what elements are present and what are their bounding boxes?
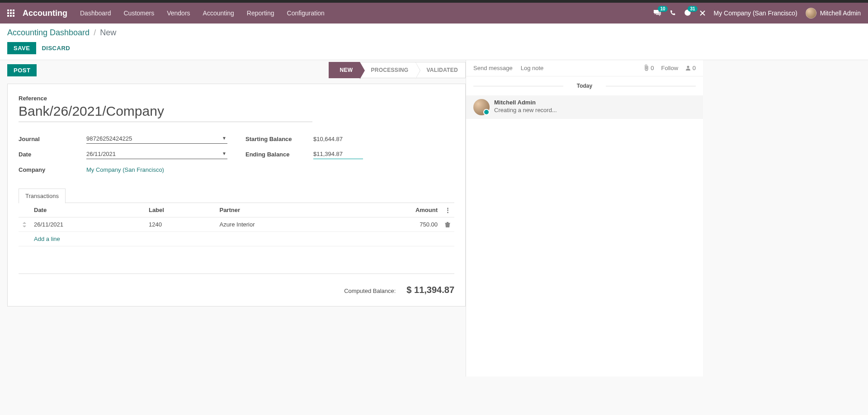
- journal-input[interactable]: [86, 134, 227, 144]
- followers-count: 0: [693, 65, 696, 71]
- computed-balance-value: $ 11,394.87: [406, 285, 454, 295]
- date-label: Date: [19, 151, 86, 158]
- ending-balance-input[interactable]: [313, 149, 363, 159]
- nav-configuration[interactable]: Configuration: [287, 9, 325, 17]
- company-selector[interactable]: My Company (San Francisco): [714, 9, 797, 17]
- computed-balance-label: Computed Balance:: [344, 288, 396, 294]
- activities-icon[interactable]: 31: [684, 9, 691, 17]
- svg-rect-0: [7, 9, 9, 11]
- transactions-table: Date Label Partner Amount ⋮ 26/11/2021 1…: [19, 203, 454, 246]
- add-line-link[interactable]: Add a line: [34, 236, 60, 242]
- date-input[interactable]: [86, 149, 227, 159]
- starting-balance-label: Starting Balance: [245, 136, 313, 142]
- debug-icon[interactable]: [699, 10, 706, 16]
- avatar-icon: [473, 99, 490, 115]
- form-sheet: Reference Journal ▼ Date: [7, 84, 466, 307]
- svg-rect-4: [10, 12, 12, 14]
- breadcrumb-parent[interactable]: Accounting Dashboard: [7, 28, 90, 37]
- app-brand[interactable]: Accounting: [23, 9, 67, 18]
- nav-customers[interactable]: Customers: [124, 9, 155, 17]
- reference-input[interactable]: [19, 103, 312, 122]
- followers-button[interactable]: 0: [685, 65, 696, 71]
- save-button[interactable]: SAVE: [7, 42, 36, 54]
- svg-rect-2: [13, 9, 14, 11]
- log-note-link[interactable]: Log note: [521, 65, 544, 71]
- control-panel: Accounting Dashboard / New SAVE DISCARD: [0, 24, 868, 60]
- message-text: Creating a new record...: [494, 107, 557, 113]
- send-message-link[interactable]: Send message: [473, 65, 513, 71]
- table-row[interactable]: 26/11/2021 1240 Azure Interior 750.00: [19, 217, 454, 232]
- apps-menu-icon[interactable]: [7, 9, 16, 18]
- tab-transactions[interactable]: Transactions: [19, 189, 66, 203]
- follow-button[interactable]: Follow: [661, 65, 679, 71]
- cell-amount[interactable]: 750.00: [349, 217, 441, 232]
- th-partner[interactable]: Partner: [216, 203, 349, 217]
- svg-rect-7: [10, 15, 12, 17]
- discard-button[interactable]: DISCARD: [42, 45, 70, 52]
- th-label[interactable]: Label: [145, 203, 216, 217]
- chat-date-separator: Today: [466, 83, 703, 89]
- svg-point-10: [687, 66, 689, 68]
- post-button[interactable]: POST: [7, 64, 37, 76]
- main-navbar: Accounting Dashboard Customers Vendors A…: [0, 3, 868, 24]
- message-author: Mitchell Admin: [494, 99, 557, 106]
- ending-balance-label: Ending Balance: [245, 151, 313, 158]
- status-processing[interactable]: PROCESSING: [360, 62, 415, 78]
- column-options-icon[interactable]: ⋮: [441, 203, 454, 217]
- svg-rect-6: [7, 15, 9, 17]
- company-link[interactable]: My Company (San Francisco): [86, 166, 164, 173]
- chat-message: Mitchell Admin Creating a new record...: [466, 95, 703, 119]
- attachments-button[interactable]: 0: [644, 65, 654, 71]
- nav-vendors[interactable]: Vendors: [167, 9, 190, 17]
- messages-badge: 10: [658, 6, 667, 12]
- delete-row-icon[interactable]: [441, 217, 454, 232]
- attachments-count: 0: [651, 65, 654, 71]
- cell-date[interactable]: 26/11/2021: [30, 217, 145, 232]
- cell-partner[interactable]: Azure Interior: [216, 217, 349, 232]
- user-name: Mitchell Admin: [820, 9, 861, 17]
- status-bar: NEW PROCESSING VALIDATED: [329, 62, 466, 78]
- nav-dashboard[interactable]: Dashboard: [80, 9, 111, 17]
- activities-badge: 31: [688, 6, 697, 12]
- avatar-icon: [806, 8, 816, 19]
- svg-rect-8: [13, 15, 14, 17]
- svg-rect-5: [13, 12, 14, 14]
- cell-label[interactable]: 1240: [145, 217, 216, 232]
- svg-rect-1: [10, 9, 12, 11]
- nav-reporting[interactable]: Reporting: [247, 9, 274, 17]
- reference-label: Reference: [19, 95, 454, 102]
- svg-rect-3: [7, 12, 9, 14]
- status-validated[interactable]: VALIDATED: [415, 62, 466, 78]
- chatter-panel: Send message Log note 0 Follow 0 Today M…: [466, 60, 703, 377]
- breadcrumb-current: New: [100, 28, 116, 37]
- drag-handle-icon[interactable]: [19, 217, 30, 232]
- th-amount[interactable]: Amount: [349, 203, 441, 217]
- status-new[interactable]: NEW: [329, 62, 360, 78]
- nav-accounting[interactable]: Accounting: [203, 9, 234, 17]
- breadcrumb: Accounting Dashboard / New: [7, 28, 861, 38]
- company-label: Company: [19, 166, 86, 173]
- messages-icon[interactable]: 10: [653, 9, 661, 17]
- starting-balance-value: $10,644.87: [313, 136, 343, 142]
- user-menu[interactable]: Mitchell Admin: [806, 8, 861, 19]
- th-date[interactable]: Date: [30, 203, 145, 217]
- journal-label: Journal: [19, 136, 86, 142]
- phone-icon[interactable]: [670, 10, 676, 16]
